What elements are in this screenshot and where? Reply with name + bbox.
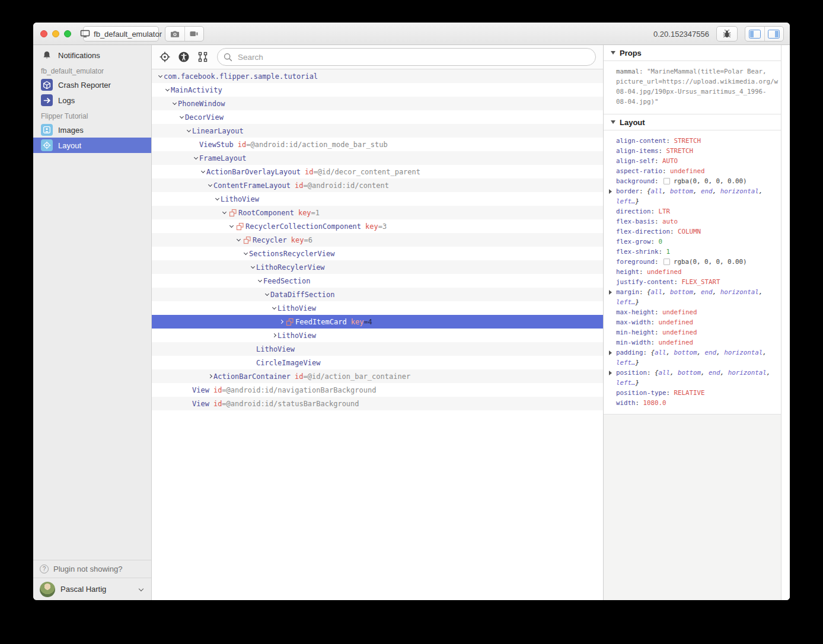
- layout-prop-value[interactable]: 1: [666, 248, 671, 256]
- layout-prop-value[interactable]: rgba(0, 0, 0, 0.00): [674, 177, 747, 185]
- layout-prop-value[interactable]: STRETCH: [666, 147, 694, 155]
- layout-prop-row[interactable]: border: {all, bottom, end, horizontal,le…: [604, 186, 781, 206]
- chevron-down-icon[interactable]: [263, 288, 270, 301]
- tree-row[interactable]: PhoneWindow: [152, 97, 603, 110]
- chevron-down-icon[interactable]: [164, 83, 171, 97]
- zoom-window-button[interactable]: [64, 30, 71, 37]
- color-swatch[interactable]: [663, 259, 670, 265]
- tree-row[interactable]: ActionBarContainerid=@id/action_bar_cont…: [152, 369, 603, 383]
- chevron-down-icon[interactable]: [242, 247, 249, 260]
- tree-row[interactable]: LithoView: [152, 342, 603, 356]
- layout-prop-row[interactable]: flex-direction: COLUMN: [604, 227, 781, 237]
- user-account-row[interactable]: Pascal Hartig: [33, 578, 151, 600]
- layout-prop-value[interactable]: FLEX_START: [682, 278, 720, 286]
- toggle-left-sidebar-button[interactable]: [745, 27, 764, 41]
- expand-arrow-icon[interactable]: [609, 189, 612, 194]
- search-input[interactable]: [237, 52, 589, 62]
- minimize-window-button[interactable]: [52, 30, 59, 37]
- layout-prop-row[interactable]: direction: LTR: [604, 206, 781, 216]
- plugin-not-showing-link[interactable]: ? Plugin not showing?: [33, 560, 151, 578]
- color-swatch[interactable]: [663, 178, 670, 184]
- layout-prop-row[interactable]: position-type: RELATIVE: [604, 388, 781, 398]
- chevron-down-icon[interactable]: [206, 178, 213, 192]
- layout-prop-value[interactable]: STRETCH: [674, 137, 701, 145]
- report-bug-button[interactable]: [716, 26, 738, 42]
- sidebar-item-notifications[interactable]: Notifications: [33, 47, 151, 63]
- layout-prop-value[interactable]: auto: [662, 218, 678, 225]
- chevron-right-icon[interactable]: [270, 329, 277, 342]
- tree-row[interactable]: RootComponentkey=1: [152, 206, 603, 219]
- tree-row[interactable]: LithoView: [152, 301, 603, 315]
- accessibility-mode-button[interactable]: [177, 50, 191, 64]
- layout-prop-row[interactable]: position: {all, bottom, end, horizontal,…: [604, 368, 781, 388]
- layout-prop-row[interactable]: aspect-ratio: undefined: [604, 166, 781, 176]
- tree-row[interactable]: DecorView: [152, 110, 603, 124]
- layout-prop-row[interactable]: margin: {all, bottom, end, horizontal,le…: [604, 287, 781, 307]
- layout-prop-value[interactable]: LTR: [659, 208, 671, 215]
- expand-arrow-icon[interactable]: [609, 371, 612, 375]
- tree-row[interactable]: MainActivity: [152, 83, 603, 97]
- layout-prop-row[interactable]: max-height: undefined: [604, 307, 781, 317]
- tree-row[interactable]: ViewStubid=@android:id/action_mode_bar_s…: [152, 138, 603, 151]
- tree-row[interactable]: DataDiffSection: [152, 288, 603, 301]
- tree-row[interactable]: SectionsRecyclerView: [152, 247, 603, 260]
- chevron-down-icon[interactable]: [221, 206, 228, 219]
- screenshot-button[interactable]: [165, 27, 184, 41]
- layout-prop-value[interactable]: 0: [659, 238, 663, 246]
- chevron-down-icon[interactable]: [185, 124, 192, 138]
- expand-arrow-icon[interactable]: [609, 350, 612, 355]
- layout-prop-value[interactable]: undefined: [647, 268, 682, 276]
- chevron-right-icon[interactable]: [277, 315, 285, 329]
- layout-prop-row[interactable]: background: rgba(0, 0, 0, 0.00): [604, 176, 781, 186]
- tree-row[interactable]: CircleImageView: [152, 356, 603, 369]
- sidebar-item-logs[interactable]: Logs: [33, 93, 151, 108]
- layout-prop-row[interactable]: justify-content: FLEX_START: [604, 277, 781, 287]
- layout-prop-row[interactable]: align-self: AUTO: [604, 156, 781, 166]
- sidebar-item-images[interactable]: Images: [33, 122, 151, 138]
- layout-prop-value[interactable]: undefined: [662, 329, 697, 336]
- layout-prop-row[interactable]: flex-shrink: 1: [604, 247, 781, 257]
- chevron-down-icon[interactable]: [192, 151, 199, 165]
- layout-prop-row[interactable]: max-width: undefined: [604, 317, 781, 327]
- layout-prop-value[interactable]: undefined: [662, 308, 697, 316]
- layout-prop-value[interactable]: undefined: [659, 339, 694, 346]
- details-panel-scrollbar-gutter[interactable]: [781, 45, 790, 600]
- chevron-down-icon[interactable]: [256, 274, 263, 288]
- tree-row[interactable]: Viewid=@android:id/navigationBarBackgrou…: [152, 383, 603, 397]
- close-window-button[interactable]: [40, 30, 47, 37]
- layout-prop-value[interactable]: AUTO: [662, 157, 678, 165]
- layout-prop-row[interactable]: min-width: undefined: [604, 337, 781, 347]
- tree-row[interactable]: FeedSection: [152, 274, 603, 288]
- chevron-down-icon[interactable]: [213, 192, 221, 206]
- screen-record-button[interactable]: [184, 27, 204, 41]
- hierarchy-view-button[interactable]: [196, 50, 210, 64]
- tree-row[interactable]: LithoRecylerView: [152, 260, 603, 274]
- layout-prop-value[interactable]: RELATIVE: [674, 389, 705, 397]
- layout-prop-value[interactable]: 1080.0: [643, 399, 666, 407]
- chevron-down-icon[interactable]: [178, 110, 185, 124]
- expand-arrow-icon[interactable]: [609, 290, 612, 295]
- layout-prop-value[interactable]: undefined: [659, 318, 694, 326]
- layout-prop-row[interactable]: min-height: undefined: [604, 327, 781, 337]
- tree-row[interactable]: LithoView: [152, 192, 603, 206]
- layout-prop-value[interactable]: rgba(0, 0, 0, 0.00): [674, 258, 747, 266]
- chevron-down-icon[interactable]: [249, 260, 256, 274]
- chevron-right-icon[interactable]: [206, 369, 213, 383]
- layout-prop-row[interactable]: align-content: STRETCH: [604, 136, 781, 146]
- layout-prop-row[interactable]: flex-grow: 0: [604, 237, 781, 247]
- props-section-header[interactable]: Props: [604, 45, 781, 61]
- target-mode-button[interactable]: [158, 50, 172, 64]
- toggle-right-sidebar-button[interactable]: [764, 27, 784, 41]
- tree-row[interactable]: ContentFrameLayoutid=@android:id/content: [152, 178, 603, 192]
- layout-prop-value[interactable]: COLUMN: [678, 228, 701, 235]
- tree-row[interactable]: Recyclerkey=6: [152, 233, 603, 247]
- layout-prop-row[interactable]: height: undefined: [604, 267, 781, 277]
- chevron-down-icon[interactable]: [228, 219, 235, 233]
- tree-row[interactable]: RecyclerCollectionComponentkey=3: [152, 219, 603, 233]
- layout-section-header[interactable]: Layout: [604, 114, 781, 130]
- chevron-down-icon[interactable]: [270, 301, 277, 315]
- chevron-down-icon[interactable]: [235, 233, 242, 247]
- device-selector-button[interactable]: fb_default_emulator: [83, 26, 159, 42]
- tree-row[interactable]: LithoView: [152, 329, 603, 342]
- tree-row[interactable]: ActionBarOverlayLayoutid=@id/decor_conte…: [152, 165, 603, 178]
